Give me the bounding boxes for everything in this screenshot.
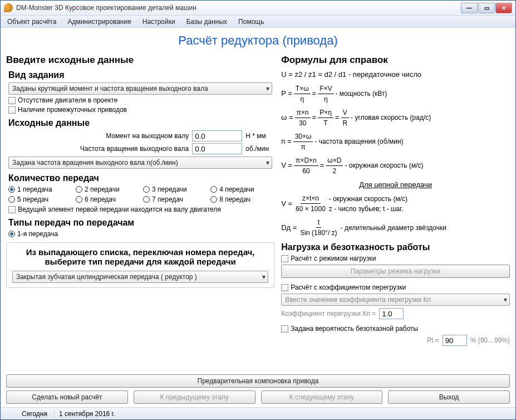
gear-4-radio[interactable] <box>210 186 217 193</box>
menu-admin[interactable]: Администрирование <box>63 17 135 27</box>
window-title: DM-Monster 3D Курсовое проектирование де… <box>16 4 460 12</box>
per-gear-title: Из выпадающего списка, переключая номера… <box>12 247 268 266</box>
page-title: Расчёт редуктора (привода) <box>6 33 510 48</box>
freq-label: Частота вращения выходного вала <box>8 145 192 153</box>
close-button[interactable]: ✕ <box>495 3 512 13</box>
input-heading: Введите исходные данные <box>6 55 274 66</box>
menu-help[interactable]: Помощь <box>234 17 268 27</box>
gear-6-radio[interactable] <box>76 196 82 203</box>
preview-button[interactable]: Предварительная компоновка привода <box>6 374 510 388</box>
formulas-heading: Формулы для справок <box>281 55 510 66</box>
moment-input[interactable] <box>192 130 242 141</box>
menu-object[interactable]: Объект расчёта <box>3 17 61 27</box>
load-mode-params-button[interactable]: Параметры режима нагрузки <box>281 265 510 278</box>
pt-unit: % (90…99%) <box>470 336 510 344</box>
menu-databases[interactable]: Базы данных <box>182 17 232 27</box>
status-today: Сегодня <box>5 410 47 418</box>
leading-elem-checkbox[interactable] <box>8 206 16 213</box>
overload-combo[interactable]: Ввести значение коэффициента перегрузки … <box>281 294 510 306</box>
absence-motor-label: Отсутствие двигателя в проекте <box>18 96 117 104</box>
prev-stage-button[interactable]: К предыдущему этапу <box>134 390 255 404</box>
prob-checkbox[interactable] <box>281 325 288 333</box>
status-date: 1 сентября 2016 г. <box>54 410 120 418</box>
formulas-block: U = z2 / z1 = d2 / d1 - передаточное чис… <box>281 69 510 238</box>
intermediate-checkbox[interactable] <box>8 106 16 114</box>
minimize-button[interactable]: — <box>461 3 478 13</box>
first-gear-radio[interactable] <box>8 231 15 237</box>
gear-2-radio[interactable] <box>76 186 82 193</box>
per-gear-panel: Из выпадающего списка, переключая номера… <box>6 242 274 288</box>
task-type-combo[interactable]: Заданы крутящий момент и частота вращени… <box>8 82 272 95</box>
moment-unit: Н * мм <box>242 132 272 140</box>
overload-checkbox[interactable] <box>281 284 288 291</box>
coef-label: Коэффициент перегрузки Кп = <box>281 310 376 318</box>
app-icon <box>4 3 13 12</box>
next-stage-button[interactable]: К следующему этапу <box>261 390 383 404</box>
pt-label: Pt = <box>427 336 439 344</box>
load-heading: Нагрузка и безотказность работы <box>281 242 510 252</box>
absence-motor-checkbox[interactable] <box>8 97 16 104</box>
pt-input[interactable] <box>443 335 467 346</box>
gear-8-radio[interactable] <box>210 196 217 203</box>
menu-settings[interactable]: Настройки <box>138 17 180 27</box>
load-mode-checkbox[interactable] <box>281 255 288 262</box>
statusbar: Сегодня 1 сентября 2016 г. <box>1 407 515 419</box>
maximize-button[interactable]: ▭ <box>478 3 495 13</box>
per-gear-combo[interactable]: Закрытая зубчатая цилиндрическая передач… <box>12 271 268 283</box>
titlebar: DM-Monster 3D Курсовое проектирование де… <box>1 1 515 16</box>
gear-types-label: Типы передач по передачам <box>8 218 272 228</box>
task-type-label: Вид задания <box>8 70 272 80</box>
freq-unit: об./мин <box>242 145 272 153</box>
leading-elem-label: Ведущий элемент первой передачи находитс… <box>18 206 221 213</box>
gear-7-radio[interactable] <box>143 196 150 203</box>
gear-5-radio[interactable] <box>8 196 15 203</box>
new-calc-button[interactable]: Сделать новый расчёт <box>6 390 128 404</box>
source-data-label: Исходные данные <box>8 118 272 128</box>
intermediate-label: Наличие промежуточных приводов <box>18 106 127 114</box>
gear-3-radio[interactable] <box>143 186 150 193</box>
gear-1-radio[interactable] <box>8 186 15 193</box>
moment-label: Момент на выходном валу <box>8 132 192 140</box>
freq-input[interactable] <box>192 143 242 154</box>
exit-button[interactable]: Выход <box>388 390 510 404</box>
source-combo[interactable]: Задана частота вращения выходного вала n… <box>8 157 272 169</box>
coef-input[interactable] <box>379 308 404 319</box>
menubar: Объект расчёта Администрирование Настрой… <box>1 16 515 28</box>
gear-count-label: Количество передач <box>8 173 272 183</box>
